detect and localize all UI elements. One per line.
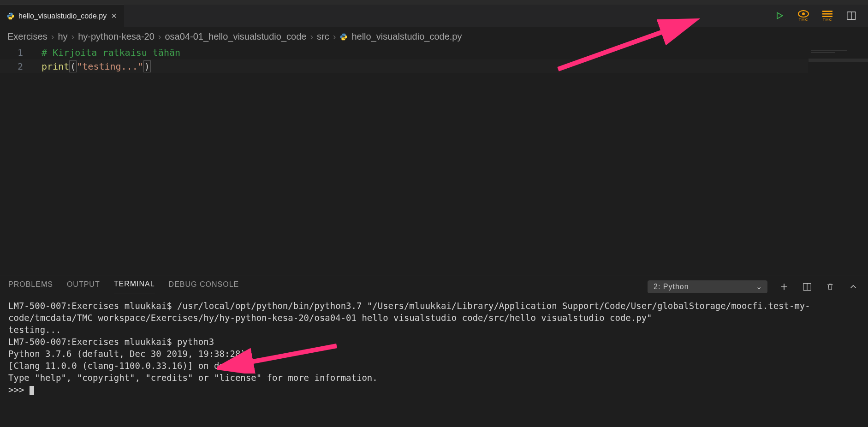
code-comment: # Kirjoita ratkaisu tähän <box>42 47 180 58</box>
python-file-icon <box>339 33 348 41</box>
tmc-eye-icon[interactable]: TMC <box>797 9 810 22</box>
code-content[interactable]: # Kirjoita ratkaisu tähän print("testing… <box>42 46 808 73</box>
panel-tabbar: PROBLEMS OUTPUT TERMINAL DEBUG CONSOLE 2… <box>0 275 868 293</box>
terminal-line: [Clang 11.0.0 (clang-1100.0.33.16)] on d… <box>8 361 246 371</box>
breadcrumb-item[interactable]: Exercises <box>7 31 48 42</box>
terminal-selector[interactable]: 2: Python ⌄ <box>648 280 767 293</box>
svg-rect-5 <box>822 13 832 14</box>
code-string: "testing..." <box>77 61 143 72</box>
tmc-menu-icon[interactable]: TMC <box>821 9 834 22</box>
run-icon[interactable] <box>773 9 786 22</box>
tmc-label: TMC <box>799 18 808 22</box>
tab-filename: hello_visualstudio_code.py <box>18 12 107 20</box>
breadcrumb-item[interactable]: hy-python-kesa-20 <box>78 31 155 42</box>
minimap[interactable] <box>808 46 868 275</box>
maximize-panel-icon[interactable] <box>847 280 860 293</box>
chevron-right-icon: › <box>51 31 54 42</box>
python-file-icon <box>6 12 15 20</box>
svg-point-0 <box>9 13 10 13</box>
breadcrumb[interactable]: Exercises › hy › hy-python-kesa-20 › osa… <box>0 27 868 46</box>
code-function: print <box>42 61 69 72</box>
breadcrumb-item[interactable]: osa04-01_hello_visualstudio_code <box>165 31 307 42</box>
terminal-prompt: >>> <box>8 385 30 395</box>
editor-area: 1 2 # Kirjoita ratkaisu tähän print("tes… <box>0 46 868 275</box>
line-number-gutter: 1 2 <box>0 46 32 73</box>
terminal-line: LM7-500-007:Exercises mluukkai$ python3 <box>8 337 214 347</box>
terminal-output[interactable]: LM7-500-007:Exercises mluukkai$ /usr/loc… <box>0 293 868 427</box>
breadcrumb-item[interactable]: hello_visualstudio_code.py <box>351 31 462 42</box>
editor-tab-active[interactable]: hello_visualstudio_code.py × <box>0 5 124 27</box>
breadcrumb-item[interactable]: src <box>317 31 329 42</box>
bottom-panel: PROBLEMS OUTPUT TERMINAL DEBUG CONSOLE 2… <box>0 275 868 427</box>
terminal-cursor <box>30 386 34 395</box>
tab-close-icon[interactable]: × <box>110 11 118 21</box>
editor-actions: TMC TMC <box>773 5 863 27</box>
terminal-line: testing... <box>8 325 61 335</box>
svg-rect-6 <box>822 16 832 17</box>
terminal-selector-value: 2: Python <box>654 283 689 291</box>
code-bracket: ( <box>69 60 77 72</box>
tab-problems[interactable]: PROBLEMS <box>8 280 53 293</box>
tab-debug-console[interactable]: DEBUG CONSOLE <box>169 280 239 293</box>
terminal-line: Python 3.7.6 (default, Dec 30 2019, 19:3… <box>8 349 246 359</box>
svg-rect-4 <box>822 11 832 12</box>
terminal-line: Type "help", "copyright", "credits" or "… <box>8 373 378 383</box>
tmc-label-2: TMC <box>823 18 832 22</box>
svg-point-1 <box>12 18 12 18</box>
split-editor-icon[interactable] <box>845 9 858 22</box>
new-terminal-icon[interactable] <box>778 280 791 293</box>
breadcrumb-item[interactable]: hy <box>58 31 67 42</box>
line-number: 2 <box>0 59 23 73</box>
chevron-right-icon: › <box>310 31 313 42</box>
chevron-right-icon: › <box>158 31 161 42</box>
terminal-line: LM7-500-007:Exercises mluukkai$ /usr/loc… <box>8 301 810 323</box>
split-terminal-icon[interactable] <box>801 280 814 293</box>
line-number: 1 <box>0 46 23 59</box>
tab-terminal[interactable]: TERMINAL <box>114 280 155 293</box>
tab-output[interactable]: OUTPUT <box>67 280 100 293</box>
svg-point-3 <box>802 12 805 15</box>
code-bracket: ) <box>143 60 151 72</box>
chevron-right-icon: › <box>71 31 75 42</box>
chevron-right-icon: › <box>333 31 336 42</box>
code-editor[interactable]: 1 2 # Kirjoita ratkaisu tähän print("tes… <box>0 46 808 275</box>
kill-terminal-icon[interactable] <box>824 280 837 293</box>
window-titlebar <box>0 0 868 5</box>
chevron-down-icon: ⌄ <box>756 282 762 291</box>
editor-tabbar: hello_visualstudio_code.py × TMC TMC <box>0 5 868 27</box>
